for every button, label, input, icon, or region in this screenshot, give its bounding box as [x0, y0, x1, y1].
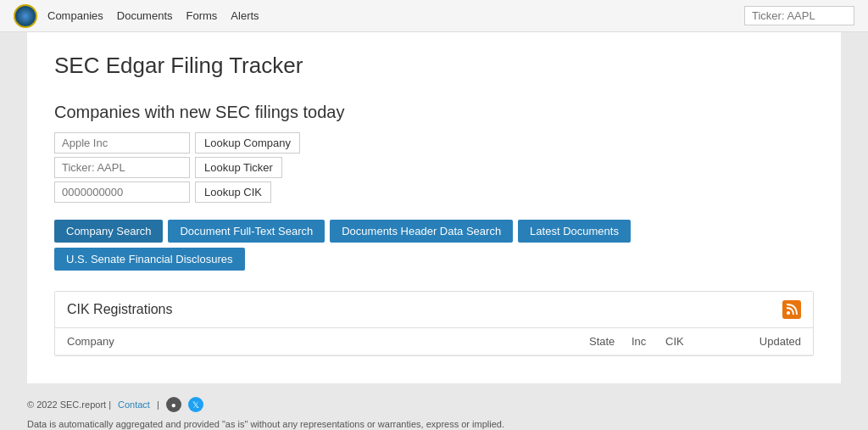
senate-disclosures-btn[interactable]: U.S. Senate Financial Disclosures: [54, 248, 245, 271]
cik-lookup-row: Lookup CIK: [54, 181, 814, 203]
cik-input[interactable]: [54, 181, 190, 203]
nav-companies[interactable]: Companies: [47, 9, 103, 22]
company-input[interactable]: [54, 132, 190, 154]
footer-disclaimer1: Data is automatically aggregated and pro…: [27, 416, 841, 430]
company-lookup-btn[interactable]: Lookup Company: [195, 132, 300, 154]
main-content: SEC Edgar Filing Tracker Companies with …: [27, 32, 841, 383]
footer-contact-link[interactable]: Contact: [118, 397, 150, 413]
nav-links: Companies Documents Forms Alerts: [47, 9, 744, 22]
main-nav: Companies Documents Forms Alerts: [0, 0, 868, 32]
mastodon-icon[interactable]: ●: [166, 397, 181, 412]
company-lookup-row: Lookup Company: [54, 132, 814, 154]
cik-registrations-section: CIK Registrations Company State Inc CIK …: [54, 291, 814, 356]
fulltext-search-btn[interactable]: Document Full-Text Search: [168, 220, 325, 243]
nav-documents[interactable]: Documents: [117, 9, 173, 22]
col-header-state: State: [589, 335, 632, 348]
rss-icon[interactable]: [782, 300, 801, 319]
cik-lookup-btn[interactable]: Lookup CIK: [195, 181, 271, 203]
table-header: Company State Inc CIK Updated: [55, 328, 813, 355]
header-search-btn[interactable]: Documents Header Data Search: [330, 220, 513, 243]
col-header-company: Company: [67, 335, 589, 348]
ticker-lookup-btn[interactable]: Lookup Ticker: [195, 157, 282, 178]
site-logo: [14, 4, 37, 28]
site-footer: © 2022 SEC.report | Contact | ● 𝕏 Data i…: [0, 383, 868, 430]
svg-point-0: [787, 311, 790, 315]
cik-section-title: CIK Registrations: [67, 302, 173, 317]
footer-separator: |: [157, 397, 159, 413]
nav-alerts[interactable]: Alerts: [231, 9, 259, 22]
action-buttons: Company Search Document Full-Text Search…: [54, 220, 814, 271]
section-title: Companies with new SEC filings today: [54, 103, 814, 122]
cik-header: CIK Registrations: [55, 292, 813, 328]
page-title: SEC Edgar Filing Tracker: [54, 53, 814, 79]
ticker-lookup-row: Lookup Ticker: [54, 157, 814, 178]
nav-ticker-input[interactable]: [744, 6, 854, 25]
ticker-input[interactable]: [54, 157, 190, 178]
col-header-inc: Inc: [632, 335, 665, 348]
col-header-updated: Updated: [716, 335, 801, 348]
latest-docs-btn[interactable]: Latest Documents: [518, 220, 631, 243]
twitter-icon[interactable]: 𝕏: [188, 397, 203, 412]
lookup-form: Lookup Company Lookup Ticker Lookup CIK: [54, 132, 814, 203]
nav-forms[interactable]: Forms: [186, 9, 218, 22]
footer-top: © 2022 SEC.report | Contact | ● 𝕏: [27, 397, 841, 413]
footer-copyright: © 2022 SEC.report |: [27, 397, 111, 413]
col-header-cik: CIK: [665, 335, 716, 348]
company-search-btn[interactable]: Company Search: [54, 220, 163, 243]
